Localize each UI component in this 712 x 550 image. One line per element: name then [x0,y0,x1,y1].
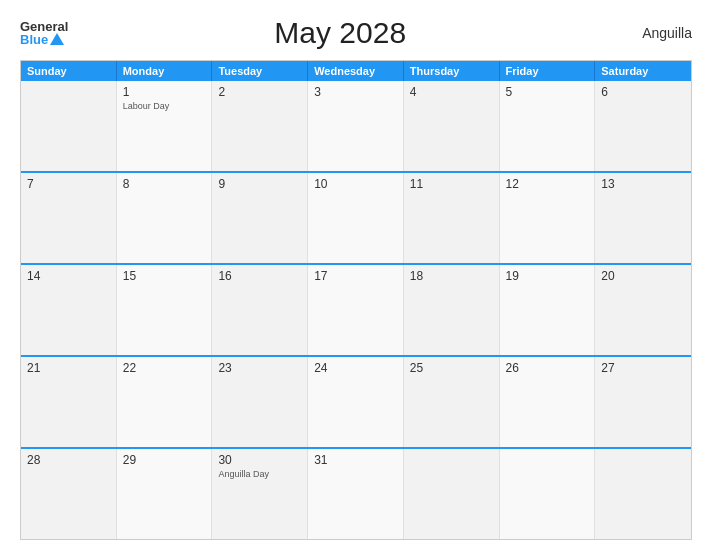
day-cell [500,449,596,539]
day-cell [404,449,500,539]
day-number: 30 [218,453,301,467]
day-cell: 25 [404,357,500,447]
week-row-2: 78910111213 [21,171,691,263]
day-header-monday: Monday [117,61,213,81]
day-number: 21 [27,361,110,375]
week-row-1: 1Labour Day23456 [21,81,691,171]
day-number: 10 [314,177,397,191]
day-number: 4 [410,85,493,99]
day-cell: 14 [21,265,117,355]
day-header-sunday: Sunday [21,61,117,81]
day-headers-row: SundayMondayTuesdayWednesdayThursdayFrid… [21,61,691,81]
day-cell: 3 [308,81,404,171]
week-row-3: 14151617181920 [21,263,691,355]
day-cell: 29 [117,449,213,539]
day-cell: 6 [595,81,691,171]
day-number: 1 [123,85,206,99]
logo: General Blue [20,20,68,46]
day-cell: 21 [21,357,117,447]
day-number: 9 [218,177,301,191]
day-number: 19 [506,269,589,283]
calendar-grid: SundayMondayTuesdayWednesdayThursdayFrid… [20,60,692,540]
header: General Blue May 2028 Anguilla [20,16,692,50]
logo-blue-text: Blue [20,33,64,46]
day-cell: 24 [308,357,404,447]
day-cell: 15 [117,265,213,355]
day-number: 18 [410,269,493,283]
day-number: 29 [123,453,206,467]
day-number: 5 [506,85,589,99]
day-cell: 17 [308,265,404,355]
day-cell: 20 [595,265,691,355]
day-cell: 30Anguilla Day [212,449,308,539]
day-header-friday: Friday [500,61,596,81]
week-row-5: 282930Anguilla Day31 [21,447,691,539]
day-cell: 9 [212,173,308,263]
day-number: 13 [601,177,685,191]
country-label: Anguilla [612,25,692,41]
day-cell: 26 [500,357,596,447]
logo-triangle-icon [50,33,64,45]
weeks-container: 1Labour Day23456789101112131415161718192… [21,81,691,539]
day-cell: 13 [595,173,691,263]
day-cell: 23 [212,357,308,447]
day-header-saturday: Saturday [595,61,691,81]
day-cell: 28 [21,449,117,539]
day-number: 3 [314,85,397,99]
day-number: 8 [123,177,206,191]
day-number: 7 [27,177,110,191]
day-cell: 19 [500,265,596,355]
day-number: 31 [314,453,397,467]
calendar-page: General Blue May 2028 Anguilla SundayMon… [0,0,712,550]
week-row-4: 21222324252627 [21,355,691,447]
day-number: 24 [314,361,397,375]
day-number: 2 [218,85,301,99]
day-cell: 12 [500,173,596,263]
day-number: 25 [410,361,493,375]
day-number: 23 [218,361,301,375]
day-number: 22 [123,361,206,375]
day-number: 20 [601,269,685,283]
day-cell: 2 [212,81,308,171]
day-cell: 5 [500,81,596,171]
day-number: 11 [410,177,493,191]
day-header-wednesday: Wednesday [308,61,404,81]
day-number: 6 [601,85,685,99]
day-number: 12 [506,177,589,191]
day-number: 17 [314,269,397,283]
day-cell [21,81,117,171]
day-header-thursday: Thursday [404,61,500,81]
day-number: 26 [506,361,589,375]
day-number: 16 [218,269,301,283]
day-cell [595,449,691,539]
holiday-label: Labour Day [123,101,206,113]
day-cell: 7 [21,173,117,263]
day-cell: 8 [117,173,213,263]
day-cell: 31 [308,449,404,539]
day-cell: 18 [404,265,500,355]
holiday-label: Anguilla Day [218,469,301,481]
day-cell: 16 [212,265,308,355]
day-cell: 27 [595,357,691,447]
day-cell: 11 [404,173,500,263]
day-cell: 4 [404,81,500,171]
calendar-title: May 2028 [68,16,612,50]
day-number: 28 [27,453,110,467]
day-header-tuesday: Tuesday [212,61,308,81]
day-cell: 1Labour Day [117,81,213,171]
day-number: 27 [601,361,685,375]
day-cell: 22 [117,357,213,447]
day-number: 15 [123,269,206,283]
day-cell: 10 [308,173,404,263]
day-number: 14 [27,269,110,283]
